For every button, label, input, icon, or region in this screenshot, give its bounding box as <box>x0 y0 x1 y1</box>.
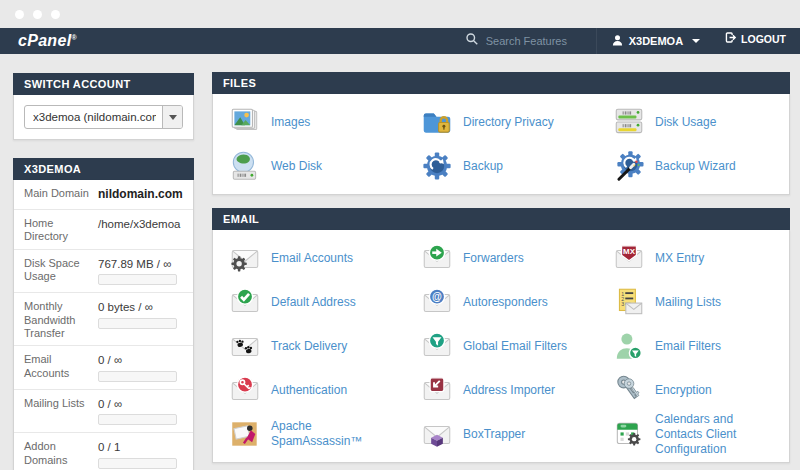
stat-progress-bar <box>98 414 177 425</box>
cpanel-logo[interactable]: cPanel® <box>18 32 77 50</box>
feature-item[interactable]: Track Delivery <box>213 324 405 368</box>
autoresponders-icon: @ <box>420 285 454 319</box>
window-control-dot[interactable] <box>33 10 42 19</box>
stat-label: Addon Domains <box>24 438 90 467</box>
search-box[interactable] <box>447 28 596 54</box>
directory-privacy-icon <box>420 105 454 139</box>
feature-item[interactable]: Directory Privacy <box>405 100 597 144</box>
web-disk-icon <box>228 149 262 183</box>
feature-link[interactable]: Images <box>271 115 316 130</box>
feature-link[interactable]: Track Delivery <box>271 339 353 354</box>
forwarders-icon <box>420 241 454 275</box>
feature-link[interactable]: Directory Privacy <box>463 115 560 130</box>
svg-text:@: @ <box>432 291 442 302</box>
feature-link[interactable]: BoxTrapper <box>463 427 531 442</box>
stat-row: Home Directory/home/x3demoa <box>14 210 193 250</box>
feature-item[interactable]: Email Accounts <box>213 236 405 280</box>
feature-item[interactable]: 123Mailing Lists <box>597 280 789 324</box>
authentication-icon <box>228 373 262 407</box>
feature-link[interactable]: Encryption <box>655 383 718 398</box>
user-menu[interactable]: X3DEMOA <box>596 28 714 54</box>
feature-item[interactable]: Apache SpamAssassin™ <box>213 412 405 456</box>
stat-value-wrap: 0 bytes / ∞ <box>90 298 183 330</box>
search-input[interactable] <box>486 35 578 47</box>
feature-link[interactable]: Autoresponders <box>463 295 554 310</box>
feature-link[interactable]: Address Importer <box>463 383 561 398</box>
boxtrapper-icon <box>420 417 454 451</box>
svg-text:MX: MX <box>623 247 636 256</box>
stat-row: Email Accounts0 / ∞ <box>14 346 193 389</box>
feature-item[interactable]: Web Disk <box>213 144 405 188</box>
feature-item[interactable]: Images <box>213 100 405 144</box>
spamassassin-icon <box>228 417 262 451</box>
account-select[interactable]: x3demoa (nildomain.com) <box>25 106 182 128</box>
section-files: FILESImagesDirectory PrivacyDisk UsageWe… <box>212 72 790 195</box>
account-select-wrap: x3demoa (nildomain.com) <box>24 105 183 129</box>
stat-value-wrap: nildomain.com <box>90 185 189 204</box>
section-header-files[interactable]: FILES <box>212 72 790 94</box>
global-email-filters-icon <box>420 329 454 363</box>
images-icon <box>228 105 262 139</box>
account-stats-header: X3DEMOA <box>13 158 194 180</box>
feature-link[interactable]: Calendars and Contacts Client Configurat… <box>655 412 789 457</box>
stat-row: Monthly Bandwidth Transfer0 bytes / ∞ <box>14 293 193 346</box>
feature-item[interactable]: MXMX Entry <box>597 236 789 280</box>
feature-item[interactable]: Backup Wizard <box>597 144 789 188</box>
svg-text:3: 3 <box>621 301 624 307</box>
feature-item[interactable]: Disk Usage <box>597 100 789 144</box>
feature-item[interactable]: Encryption <box>597 368 789 412</box>
mailing-lists-icon: 123 <box>612 285 646 319</box>
email-accounts-icon <box>228 241 262 275</box>
feature-link[interactable]: Disk Usage <box>655 115 722 130</box>
feature-item[interactable]: Forwarders <box>405 236 597 280</box>
stat-label: Disk Space Usage <box>24 255 90 284</box>
feature-item[interactable]: Backup <box>405 144 597 188</box>
feature-item[interactable]: Authentication <box>213 368 405 412</box>
feature-item[interactable]: Email Filters <box>597 324 789 368</box>
feature-link[interactable]: Default Address <box>271 295 362 310</box>
backup-icon <box>420 149 454 183</box>
logout-button[interactable]: LOGOUT <box>714 29 794 46</box>
section-body-email: Email AccountsForwardersMXMX EntryDefaul… <box>212 230 790 463</box>
user-name: X3DEMOA <box>629 35 683 47</box>
feature-link[interactable]: Backup Wizard <box>655 159 742 174</box>
feature-link[interactable]: MX Entry <box>655 251 710 266</box>
window-control-dot[interactable] <box>51 10 60 19</box>
feature-link[interactable]: Backup <box>463 159 509 174</box>
account-stats-panel: X3DEMOA Main Domainnildomain.comHome Dir… <box>13 158 194 470</box>
stat-label: Main Domain <box>24 185 90 200</box>
stat-value: 0 bytes / ∞ <box>98 300 177 314</box>
feature-item[interactable]: Global Email Filters <box>405 324 597 368</box>
stat-label: Monthly Bandwidth Transfer <box>24 298 90 340</box>
feature-item[interactable]: Address Importer <box>405 368 597 412</box>
stat-value-wrap: 0 / ∞ <box>90 351 183 383</box>
stat-row: Main Domainnildomain.com <box>14 180 193 210</box>
switch-account-panel: SWITCH ACCOUNT x3demoa (nildomain.com) <box>13 73 194 140</box>
feature-item[interactable]: Default Address <box>213 280 405 324</box>
feature-link[interactable]: Authentication <box>271 383 353 398</box>
feature-item[interactable]: @Autoresponders <box>405 280 597 324</box>
feature-item[interactable]: BoxTrapper <box>405 412 597 456</box>
stat-value-wrap: 0 / ∞ <box>90 395 183 427</box>
calendars-icon <box>612 417 646 451</box>
account-stats-body: Main Domainnildomain.comHome Directory/h… <box>13 180 194 470</box>
feature-link[interactable]: Mailing Lists <box>655 295 727 310</box>
feature-link[interactable]: Email Filters <box>655 339 727 354</box>
feature-link[interactable]: Apache SpamAssassin™ <box>271 419 405 449</box>
window-titlebar <box>0 0 800 28</box>
encryption-icon <box>612 373 646 407</box>
email-filters-icon <box>612 329 646 363</box>
stat-value: 0 / 1 <box>98 440 177 454</box>
stat-value: nildomain.com <box>98 187 183 202</box>
feature-link[interactable]: Email Accounts <box>271 251 359 266</box>
stat-progress-bar <box>98 318 177 329</box>
feature-link[interactable]: Global Email Filters <box>463 339 573 354</box>
section-header-email[interactable]: EMAIL <box>212 208 790 230</box>
stat-progress-bar <box>98 274 177 285</box>
switch-account-header: SWITCH ACCOUNT <box>13 73 194 95</box>
feature-link[interactable]: Forwarders <box>463 251 530 266</box>
feature-item[interactable]: Calendars and Contacts Client Configurat… <box>597 412 789 456</box>
feature-link[interactable]: Web Disk <box>271 159 328 174</box>
window-control-dot[interactable] <box>15 10 24 19</box>
stat-value: 767.89 MB / ∞ <box>98 257 177 271</box>
